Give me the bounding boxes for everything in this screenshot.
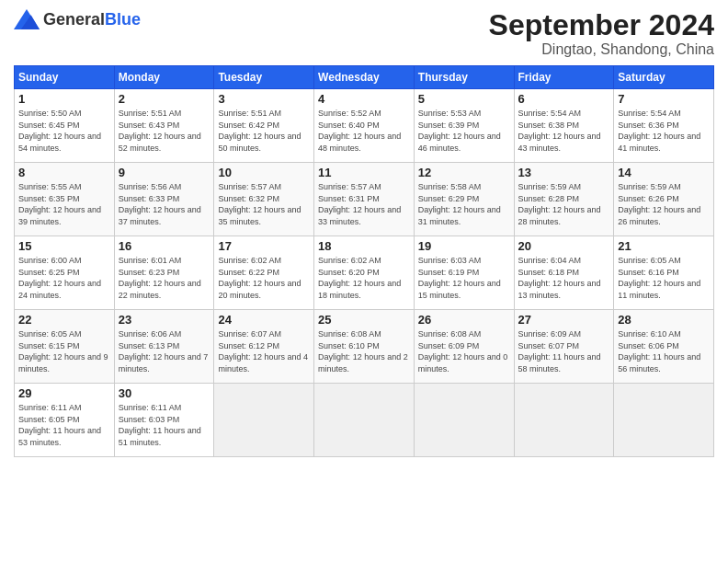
calendar-cell: 27Sunrise: 6:09 AMSunset: 6:07 PMDayligh…	[514, 310, 614, 384]
day-info: Sunrise: 5:53 AMSunset: 6:39 PMDaylight:…	[418, 108, 510, 154]
calendar-cell: 17Sunrise: 6:02 AMSunset: 6:22 PMDayligh…	[214, 236, 314, 310]
day-info: Sunrise: 5:50 AMSunset: 6:45 PMDaylight:…	[18, 108, 110, 154]
calendar-cell: 28Sunrise: 6:10 AMSunset: 6:06 PMDayligh…	[614, 310, 714, 384]
day-info: Sunrise: 5:57 AMSunset: 6:32 PMDaylight:…	[218, 181, 310, 227]
calendar-cell: 5Sunrise: 5:53 AMSunset: 6:39 PMDaylight…	[414, 89, 514, 163]
day-info: Sunrise: 6:04 AMSunset: 6:18 PMDaylight:…	[518, 255, 610, 301]
day-number: 3	[218, 92, 310, 106]
location-title: Dingtao, Shandong, China	[489, 41, 714, 58]
day-number: 28	[618, 313, 710, 327]
day-number: 11	[318, 166, 410, 179]
day-number: 24	[218, 313, 310, 327]
day-number: 6	[518, 92, 610, 106]
day-info: Sunrise: 6:08 AMSunset: 6:09 PMDaylight:…	[418, 328, 510, 374]
calendar-cell: 23Sunrise: 6:06 AMSunset: 6:13 PMDayligh…	[114, 310, 214, 384]
calendar-cell: 29Sunrise: 6:11 AMSunset: 6:05 PMDayligh…	[15, 384, 115, 457]
calendar-cell: 15Sunrise: 6:00 AMSunset: 6:25 PMDayligh…	[15, 236, 115, 310]
col-monday: Monday	[114, 66, 214, 89]
day-number: 15	[18, 239, 110, 253]
calendar-cell: 1Sunrise: 5:50 AMSunset: 6:45 PMDaylight…	[15, 89, 115, 163]
day-number: 16	[119, 239, 210, 253]
calendar-cell: 26Sunrise: 6:08 AMSunset: 6:09 PMDayligh…	[414, 310, 514, 384]
col-thursday: Thursday	[414, 66, 514, 89]
day-number: 5	[418, 92, 510, 106]
title-block: September 2024 Dingtao, Shandong, China	[489, 9, 714, 58]
calendar-cell: 3Sunrise: 5:51 AMSunset: 6:42 PMDaylight…	[214, 89, 314, 163]
col-wednesday: Wednesday	[314, 66, 415, 89]
calendar-cell: 16Sunrise: 6:01 AMSunset: 6:23 PMDayligh…	[114, 236, 214, 310]
calendar-week-0: 1Sunrise: 5:50 AMSunset: 6:45 PMDaylight…	[15, 89, 714, 163]
logo: GeneralBlue	[14, 9, 141, 29]
day-number: 10	[218, 166, 310, 179]
day-info: Sunrise: 5:51 AMSunset: 6:43 PMDaylight:…	[119, 108, 210, 154]
day-number: 4	[318, 92, 410, 106]
day-number: 2	[119, 92, 210, 106]
day-info: Sunrise: 6:05 AMSunset: 6:15 PMDaylight:…	[18, 328, 110, 374]
day-info: Sunrise: 6:11 AMSunset: 6:05 PMDaylight:…	[18, 402, 110, 448]
day-info: Sunrise: 6:06 AMSunset: 6:13 PMDaylight:…	[119, 328, 210, 374]
calendar-cell	[514, 384, 614, 457]
calendar-cell	[414, 384, 514, 457]
day-number: 20	[518, 239, 610, 253]
day-number: 12	[418, 166, 510, 179]
calendar-cell: 7Sunrise: 5:54 AMSunset: 6:36 PMDaylight…	[614, 89, 714, 163]
day-info: Sunrise: 6:02 AMSunset: 6:20 PMDaylight:…	[318, 255, 410, 301]
calendar-cell: 21Sunrise: 6:05 AMSunset: 6:16 PMDayligh…	[614, 236, 714, 310]
logo-general: General	[43, 10, 105, 29]
calendar-cell: 9Sunrise: 5:56 AMSunset: 6:33 PMDaylight…	[114, 163, 214, 236]
logo-blue: Blue	[105, 10, 141, 29]
logo-text: GeneralBlue	[43, 10, 141, 29]
day-info: Sunrise: 6:09 AMSunset: 6:07 PMDaylight:…	[518, 328, 610, 374]
day-info: Sunrise: 6:05 AMSunset: 6:16 PMDaylight:…	[618, 255, 710, 301]
calendar-cell: 12Sunrise: 5:58 AMSunset: 6:29 PMDayligh…	[414, 163, 514, 236]
header: GeneralBlue September 2024 Dingtao, Shan…	[14, 9, 714, 58]
day-info: Sunrise: 6:02 AMSunset: 6:22 PMDaylight:…	[218, 255, 310, 301]
calendar-cell: 20Sunrise: 6:04 AMSunset: 6:18 PMDayligh…	[514, 236, 614, 310]
calendar-cell: 4Sunrise: 5:52 AMSunset: 6:40 PMDaylight…	[314, 89, 415, 163]
day-number: 30	[119, 386, 210, 400]
day-number: 13	[518, 166, 610, 179]
day-number: 25	[318, 313, 410, 327]
calendar-cell: 14Sunrise: 5:59 AMSunset: 6:26 PMDayligh…	[614, 163, 714, 236]
day-info: Sunrise: 6:00 AMSunset: 6:25 PMDaylight:…	[18, 255, 110, 301]
day-number: 17	[218, 239, 310, 253]
day-info: Sunrise: 5:55 AMSunset: 6:35 PMDaylight:…	[18, 181, 110, 227]
calendar-body: 1Sunrise: 5:50 AMSunset: 6:45 PMDaylight…	[15, 89, 714, 457]
header-row: Sunday Monday Tuesday Wednesday Thursday…	[15, 66, 714, 89]
month-title: September 2024	[489, 9, 714, 41]
calendar-cell: 18Sunrise: 6:02 AMSunset: 6:20 PMDayligh…	[314, 236, 415, 310]
calendar-cell: 19Sunrise: 6:03 AMSunset: 6:19 PMDayligh…	[414, 236, 514, 310]
day-number: 27	[518, 313, 610, 327]
day-number: 21	[618, 239, 710, 253]
calendar: Sunday Monday Tuesday Wednesday Thursday…	[14, 65, 714, 457]
day-number: 29	[18, 386, 110, 400]
calendar-week-4: 29Sunrise: 6:11 AMSunset: 6:05 PMDayligh…	[15, 384, 714, 457]
day-number: 26	[418, 313, 510, 327]
day-info: Sunrise: 6:08 AMSunset: 6:10 PMDaylight:…	[318, 328, 410, 374]
calendar-cell: 30Sunrise: 6:11 AMSunset: 6:03 PMDayligh…	[114, 384, 214, 457]
day-info: Sunrise: 5:52 AMSunset: 6:40 PMDaylight:…	[318, 108, 410, 154]
calendar-cell	[214, 384, 314, 457]
col-saturday: Saturday	[614, 66, 714, 89]
page: GeneralBlue September 2024 Dingtao, Shan…	[0, 0, 728, 563]
day-info: Sunrise: 5:51 AMSunset: 6:42 PMDaylight:…	[218, 108, 310, 154]
day-number: 7	[618, 92, 710, 106]
col-tuesday: Tuesday	[214, 66, 314, 89]
logo-icon	[14, 9, 40, 29]
calendar-week-1: 8Sunrise: 5:55 AMSunset: 6:35 PMDaylight…	[15, 163, 714, 236]
day-info: Sunrise: 6:10 AMSunset: 6:06 PMDaylight:…	[618, 328, 710, 374]
day-info: Sunrise: 5:58 AMSunset: 6:29 PMDaylight:…	[418, 181, 510, 227]
calendar-header: Sunday Monday Tuesday Wednesday Thursday…	[15, 66, 714, 89]
calendar-cell: 13Sunrise: 5:59 AMSunset: 6:28 PMDayligh…	[514, 163, 614, 236]
day-number: 1	[18, 92, 110, 106]
day-number: 9	[119, 166, 210, 179]
day-info: Sunrise: 5:56 AMSunset: 6:33 PMDaylight:…	[119, 181, 210, 227]
calendar-week-2: 15Sunrise: 6:00 AMSunset: 6:25 PMDayligh…	[15, 236, 714, 310]
calendar-cell	[614, 384, 714, 457]
day-info: Sunrise: 5:57 AMSunset: 6:31 PMDaylight:…	[318, 181, 410, 227]
day-info: Sunrise: 6:01 AMSunset: 6:23 PMDaylight:…	[119, 255, 210, 301]
calendar-cell: 2Sunrise: 5:51 AMSunset: 6:43 PMDaylight…	[114, 89, 214, 163]
day-info: Sunrise: 5:54 AMSunset: 6:36 PMDaylight:…	[618, 108, 710, 154]
calendar-cell: 8Sunrise: 5:55 AMSunset: 6:35 PMDaylight…	[15, 163, 115, 236]
calendar-cell: 11Sunrise: 5:57 AMSunset: 6:31 PMDayligh…	[314, 163, 415, 236]
